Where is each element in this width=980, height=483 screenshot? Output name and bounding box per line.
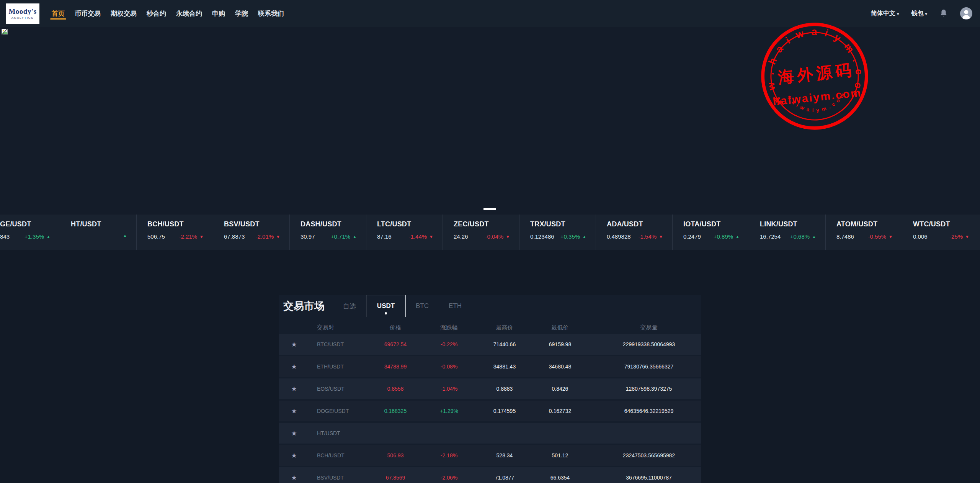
market-title: 交易市场 [283, 299, 325, 313]
ticker-item[interactable]: IOTA/USDT 0.2479 +0.89% ▲ [672, 214, 749, 250]
ticker-item[interactable]: DASH/USDT 30.97 +0.71% ▲ [289, 214, 366, 250]
ticker-price: 24.26 [454, 233, 468, 240]
ticker-item[interactable]: WTC/USDT 0.006 -25% ▼ [902, 214, 978, 250]
notification-bell-icon[interactable] [939, 9, 948, 18]
col-header-volume: 交易量 [589, 324, 701, 331]
ticker-symbol: HT/USDT [71, 220, 127, 228]
cell-low: 0.162732 [531, 408, 589, 414]
cell-change: -2.06% [420, 475, 478, 481]
cell-low: 0.8426 [531, 386, 589, 392]
ticker-symbol: WTC/USDT [913, 220, 969, 228]
favorite-star-icon[interactable]: ★ [291, 474, 297, 482]
cell-volume: 64635646.32219529 [589, 408, 701, 414]
ticker-change: -0.55% [868, 233, 887, 240]
ticker-strip: GE/USDT 843 +1.35% ▲ HT/USDT ▲ [0, 214, 980, 250]
cell-price: 506.93 [371, 452, 420, 458]
cell-volume: 12807598.3973275 [589, 386, 701, 392]
market-tab[interactable]: 自选 [333, 295, 366, 317]
ticker-symbol: DASH/USDT [301, 220, 357, 228]
ticker-symbol: IOTA/USDT [683, 220, 740, 228]
trend-arrow-icon: ▲ [582, 234, 586, 239]
cell-price: 67.8569 [371, 475, 420, 481]
col-header-low: 最低价 [531, 324, 589, 331]
cell-change: -0.08% [420, 363, 478, 370]
ticker-price: 67.8873 [224, 233, 245, 240]
table-row[interactable]: ★ BSV/USDT 67.8569 -2.06% 71.0877 66.635… [279, 467, 701, 483]
cell-price: 34788.99 [371, 363, 420, 370]
user-avatar[interactable] [960, 7, 972, 20]
table-row[interactable]: ★ ETH/USDT 34788.99 -0.08% 34881.43 3468… [279, 356, 701, 377]
favorite-star-icon[interactable]: ★ [291, 407, 297, 415]
ticker-item[interactable]: BCH/USDT 506.75 -2.21% ▼ [136, 214, 213, 250]
cell-change: -1.04% [420, 386, 478, 392]
ticker-price: 30.97 [301, 233, 315, 240]
favorite-star-icon[interactable]: ★ [291, 429, 297, 437]
nav-menu-item[interactable]: 学院 [235, 0, 248, 27]
ticker-item[interactable]: HT/USDT ▲ [60, 214, 136, 250]
ticker-item[interactable]: LINK/USDT 16.7254 +0.68% ▲ [749, 214, 825, 250]
nav-menu-item[interactable]: 秒合约 [147, 0, 166, 27]
trend-arrow-icon: ▼ [889, 234, 893, 239]
cell-low: 34680.48 [531, 363, 589, 370]
wallet-dropdown[interactable]: 钱包▾ [911, 10, 927, 18]
ticker-item[interactable]: GE/USDT 843 +1.35% ▲ [0, 214, 60, 250]
market-tab[interactable]: BTC [406, 295, 439, 317]
market-tab[interactable]: USDT [366, 295, 406, 317]
ticker-item[interactable]: ADA/USDT 0.489828 -1.54% ▼ [596, 214, 672, 250]
nav-menu-item[interactable]: 期权交易 [111, 0, 137, 27]
nav-menu-item[interactable]: 申购 [212, 0, 225, 27]
nav-menu: 首页 币币交易 期权交易 秒合约 永续合约 申购 学院 联系我们 [52, 0, 284, 27]
market-tab[interactable]: ETH [439, 295, 472, 317]
ticker-price: 843 [0, 233, 10, 240]
col-header-pair: 交易对 [309, 324, 371, 331]
nav-menu-item[interactable]: 联系我们 [258, 0, 284, 27]
cell-price: 69672.54 [371, 341, 420, 347]
table-row[interactable]: ★ BTC/USDT 69672.54 -0.22% 71440.66 6915… [279, 334, 701, 355]
ticker-item[interactable]: LTC/USDT 87.16 -1.44% ▼ [366, 214, 443, 250]
ticker-symbol: BSV/USDT [224, 220, 280, 228]
ticker-change: -1.44% [409, 233, 427, 240]
brand-logo[interactable]: Moody's ANALYTICS [6, 3, 39, 24]
favorite-star-icon[interactable]: ★ [291, 385, 297, 393]
cell-volume: 23247503.565695982 [589, 452, 701, 458]
ticker-item[interactable]: ZEC/USDT 24.26 -0.04% ▼ [443, 214, 519, 250]
col-header-change: 涨跌幅 [420, 324, 478, 331]
ticker-item[interactable]: TRX/USDT 0.123486 +0.35% ▲ [519, 214, 596, 250]
ticker-symbol: LTC/USDT [377, 220, 433, 228]
favorite-star-icon[interactable]: ★ [291, 452, 297, 460]
ticker-change: -2.01% [256, 233, 274, 240]
cell-pair: BSV/USDT [309, 475, 371, 481]
table-row[interactable]: ★ DOGE/USDT 0.168325 +1.29% 0.174595 0.1… [279, 401, 701, 421]
hero-banner [0, 26, 980, 214]
cell-change: +1.29% [420, 408, 478, 414]
nav-menu-item[interactable]: 永续合约 [176, 0, 202, 27]
table-row[interactable]: ★ EOS/USDT 0.8558 -1.04% 0.8883 0.8426 1… [279, 378, 701, 399]
ticker-price: 8.7486 [836, 233, 854, 240]
cell-volume: 3676695.11000787 [589, 475, 701, 481]
favorite-star-icon[interactable]: ★ [291, 341, 297, 349]
language-dropdown[interactable]: 简体中文▾ [871, 10, 899, 18]
cell-high: 0.8883 [478, 386, 531, 392]
table-row[interactable]: ★ BCH/USDT 506.93 -2.18% 528.34 501.12 2… [279, 445, 701, 466]
cell-change: -0.22% [420, 341, 478, 347]
cell-volume: 229919338.50064993 [589, 341, 701, 347]
nav-menu-item[interactable]: 币币交易 [75, 0, 101, 27]
cell-low: 66.6354 [531, 475, 589, 481]
market-tabs: 自选 USDT BTC ETH [333, 295, 472, 317]
ticker-item[interactable]: ATOM/USDT 8.7486 -0.55% ▼ [825, 214, 902, 250]
cell-high: 71.0877 [478, 475, 531, 481]
cell-change: -2.18% [420, 452, 478, 458]
language-label: 简体中文 [871, 10, 895, 16]
ticker-change: -25% [949, 233, 963, 240]
favorite-star-icon[interactable]: ★ [291, 363, 297, 371]
cell-high: 0.174595 [478, 408, 531, 414]
chevron-down-icon: ▾ [925, 11, 927, 16]
nav-menu-item[interactable]: 首页 [52, 0, 65, 27]
ticker-symbol: ATOM/USDT [836, 220, 893, 228]
market-header: 交易市场 自选 USDT BTC [279, 295, 701, 317]
trend-arrow-icon: ▲ [123, 233, 127, 238]
broken-image-icon [1, 28, 9, 37]
table-row[interactable]: ★ HT/USDT [279, 423, 701, 444]
ticker-item[interactable]: BSV/USDT 67.8873 -2.01% ▼ [213, 214, 289, 250]
carousel-indicator[interactable] [483, 208, 496, 210]
